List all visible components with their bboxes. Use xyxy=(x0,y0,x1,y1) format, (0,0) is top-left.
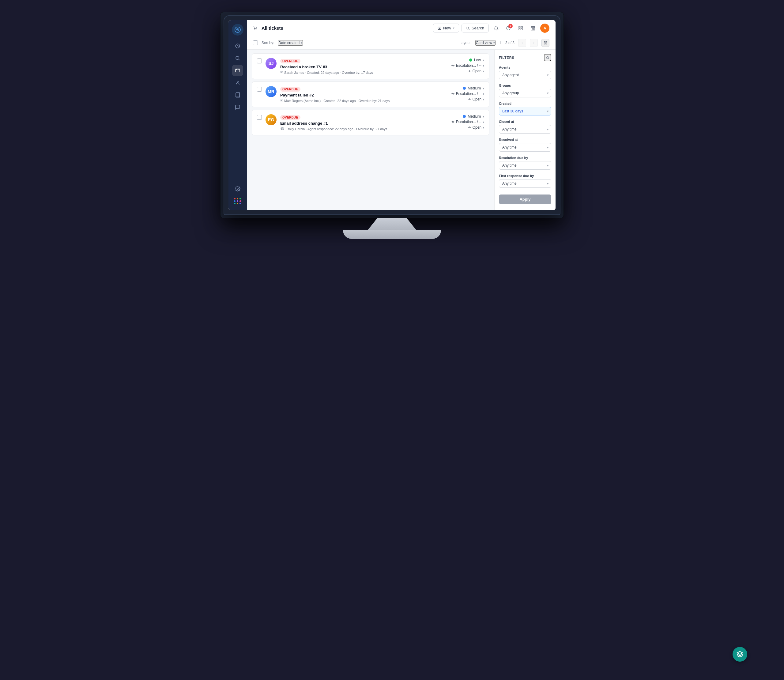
filters-search-button[interactable] xyxy=(544,54,551,61)
priority-dot-icon xyxy=(463,115,466,118)
escalation-chevron-icon: ▾ xyxy=(482,92,484,96)
resolved-at-filter-group: Resolved at Any time xyxy=(499,138,551,152)
select-all-checkbox[interactable] xyxy=(253,41,258,45)
next-page-button[interactable] xyxy=(530,39,538,47)
layout-chevron-icon: ▾ xyxy=(493,41,495,44)
monitor-stand-base xyxy=(343,230,441,239)
svg-rect-16 xyxy=(544,41,545,42)
table-row[interactable]: MR Overdue Payment failed #2 ✉ Matt Roge… xyxy=(252,82,489,107)
store-button[interactable] xyxy=(528,23,538,33)
toolbar: Sort by: Date created ▾ Layout: Card vie… xyxy=(247,36,556,50)
closed-at-filter-select[interactable]: Any time xyxy=(499,125,551,134)
page-info: 1 – 3 of 3 xyxy=(499,41,514,45)
ticket-3-meta: ☎ Emily Garcia · Agent responded: 22 day… xyxy=(280,127,432,131)
resolved-at-filter-select[interactable]: Any time xyxy=(499,143,551,152)
grid-menu-button[interactable] xyxy=(516,23,526,33)
ticket-1-avatar: SJ xyxy=(266,58,277,69)
filters-title: FILTERS xyxy=(499,56,514,60)
table-row[interactable]: EG Overdue Email address change #1 ☎ Emi… xyxy=(252,110,489,135)
ticket-1-priority-button[interactable]: Low ▾ xyxy=(469,58,484,62)
svg-point-20 xyxy=(452,65,454,66)
svg-rect-13 xyxy=(521,26,522,28)
phone-icon: ☎ xyxy=(280,127,284,131)
app-header: All tickets New ▾ xyxy=(247,20,556,36)
svg-rect-12 xyxy=(519,26,520,28)
apply-filters-button[interactable]: Apply xyxy=(499,195,551,204)
ticket-1-status-button[interactable]: Open ▾ xyxy=(468,69,484,73)
resolution-due-filter-select[interactable]: Any time xyxy=(499,161,551,170)
status-icon xyxy=(468,98,471,101)
ticket-3-priority-button[interactable]: Medium ▾ xyxy=(463,114,484,118)
ticket-2-status-button[interactable]: Open ▾ xyxy=(468,97,484,101)
escalation-icon xyxy=(451,120,455,124)
sidebar-item-home[interactable] xyxy=(232,41,243,52)
agents-filter-select[interactable]: Any agent xyxy=(499,71,551,79)
resolution-due-filter-label: Resolution due by xyxy=(499,156,551,160)
search-button[interactable]: Search xyxy=(462,24,489,33)
ticket-1-title: Received a broken TV #3 xyxy=(280,65,432,69)
sidebar-item-settings[interactable] xyxy=(232,183,243,194)
ticket-1-right: Low ▾ Escalation... / -- ▾ xyxy=(435,58,484,73)
created-filter-select[interactable]: Last 30 days xyxy=(499,107,551,115)
prev-page-button[interactable] xyxy=(518,39,526,47)
groups-filter-label: Groups xyxy=(499,83,551,87)
ticket-2-avatar: MR xyxy=(266,86,277,97)
svg-point-6 xyxy=(237,188,239,190)
ticket-2-checkbox[interactable] xyxy=(257,87,262,91)
ticket-3-avatar: EG xyxy=(266,114,277,125)
svg-rect-14 xyxy=(519,28,520,30)
priority-chevron-icon: ▾ xyxy=(482,87,484,90)
new-button[interactable]: New ▾ xyxy=(433,24,459,33)
sidebar-item-knowledge[interactable] xyxy=(232,90,243,101)
sidebar-logo[interactable] xyxy=(232,24,244,36)
table-row[interactable]: SJ Overdue Received a broken TV #3 ✉ Sar… xyxy=(252,53,489,79)
sidebar-app-switcher[interactable] xyxy=(232,195,243,206)
svg-rect-19 xyxy=(546,43,547,44)
notifications-button[interactable] xyxy=(491,23,501,33)
ticket-3-body: Overdue Email address change #1 ☎ Emily … xyxy=(280,114,432,131)
resolution-due-filter-wrapper: Any time xyxy=(499,161,551,170)
svg-point-3 xyxy=(236,57,239,60)
alerts-button[interactable]: 7 xyxy=(503,23,513,33)
priority-dot-icon xyxy=(463,87,466,90)
sidebar-item-contacts[interactable] xyxy=(232,77,243,88)
tickets-list: SJ Overdue Received a broken TV #3 ✉ Sar… xyxy=(247,50,494,210)
sort-chevron-icon: ▾ xyxy=(301,41,302,44)
svg-rect-18 xyxy=(544,43,545,44)
groups-filter-group: Groups Any group xyxy=(499,83,551,98)
ticket-2-escalation-button[interactable]: Escalation... / -- ▾ xyxy=(451,91,484,96)
ticket-1-escalation-button[interactable]: Escalation... / -- ▾ xyxy=(451,63,484,68)
status-chevron-icon: ▾ xyxy=(482,98,484,101)
ticket-1-checkbox[interactable] xyxy=(257,58,262,63)
first-response-filter-wrapper: Any time xyxy=(499,179,551,188)
status-icon xyxy=(468,126,471,129)
alert-badge: 7 xyxy=(508,24,513,28)
ticket-1-body: Overdue Received a broken TV #3 ✉ Sarah … xyxy=(280,58,432,74)
ticket-3-status-button[interactable]: Open ▾ xyxy=(468,125,484,129)
sidebar-item-tickets[interactable] xyxy=(232,65,243,76)
main-content: All tickets New ▾ xyxy=(247,20,556,210)
escalation-icon xyxy=(451,92,455,96)
groups-filter-select[interactable]: Any group xyxy=(499,89,551,98)
ticket-3-status-badge: Overdue xyxy=(280,115,300,120)
ticket-2-priority-button[interactable]: Medium ▾ xyxy=(463,86,484,90)
closed-at-filter-wrapper: Any time xyxy=(499,125,551,134)
view-toggle-button[interactable] xyxy=(542,39,550,47)
ticket-3-escalation-button[interactable]: Escalation... / -- ▾ xyxy=(451,120,484,124)
sidebar-item-conversations[interactable] xyxy=(232,102,243,113)
fab-button[interactable] xyxy=(732,647,747,662)
svg-point-22 xyxy=(452,121,454,123)
layout-button[interactable]: Card view ▾ xyxy=(475,40,495,46)
escalation-icon xyxy=(451,64,455,68)
user-avatar[interactable]: A xyxy=(540,24,550,33)
svg-rect-15 xyxy=(521,28,522,30)
sort-by-label: Sort by: xyxy=(262,41,274,45)
agents-filter-label: Agents xyxy=(499,66,551,69)
ticket-2-body: Overdue Payment failed #2 ✉ Matt Rogers … xyxy=(280,86,432,102)
sort-by-button[interactable]: Date created ▾ xyxy=(278,40,303,46)
sidebar-item-search[interactable] xyxy=(232,53,243,64)
layout-label: Layout: xyxy=(459,41,471,45)
svg-point-1 xyxy=(237,29,238,30)
first-response-filter-select[interactable]: Any time xyxy=(499,179,551,188)
ticket-3-checkbox[interactable] xyxy=(257,115,262,120)
